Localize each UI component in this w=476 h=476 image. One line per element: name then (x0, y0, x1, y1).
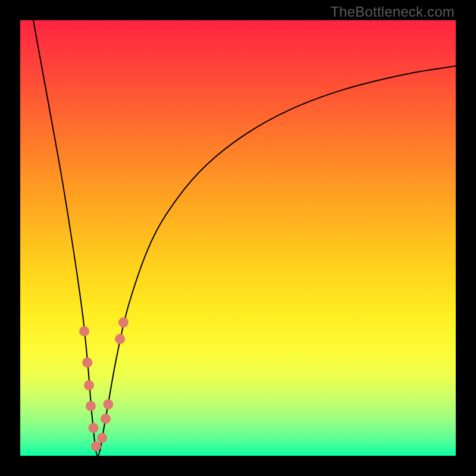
curve-marker (86, 401, 96, 411)
chart-frame: TheBottleneck.com (0, 0, 476, 476)
curve-marker (115, 334, 125, 344)
watermark-text: TheBottleneck.com (330, 4, 455, 20)
curve-marker (101, 414, 111, 424)
curve-marker (118, 318, 129, 328)
curve-marker (82, 358, 92, 368)
curve-marker (91, 441, 101, 451)
curve-path (33, 20, 456, 456)
plot-area (20, 20, 456, 456)
curve-marker (97, 433, 107, 443)
curve-marker (84, 380, 94, 390)
bottleneck-curve (20, 20, 456, 456)
curve-marker (88, 423, 98, 433)
curve-marker (79, 326, 89, 336)
curve-marker (103, 399, 113, 409)
